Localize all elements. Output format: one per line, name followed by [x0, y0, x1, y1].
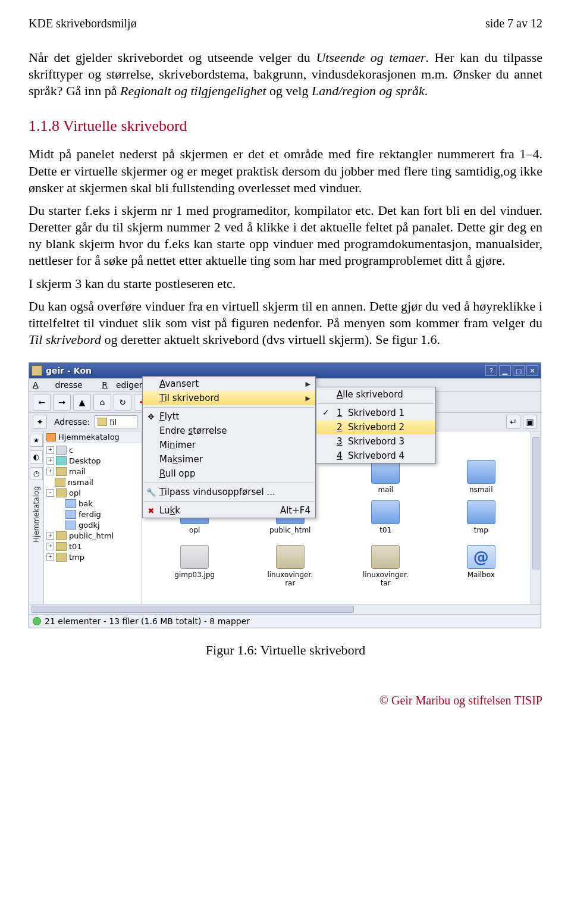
menu-flytt[interactable]: ✥ Flytt [143, 409, 315, 424]
expander-icon [57, 511, 64, 518]
tab-clock-icon[interactable]: ◷ [30, 467, 43, 480]
file-gimp03[interactable]: gimp03.jpg [147, 545, 243, 587]
move-icon: ✥ [146, 412, 156, 421]
file-linuxovinger-rar[interactable]: linuxovinger. rar [243, 545, 338, 587]
expander-icon [57, 500, 64, 507]
expander-icon[interactable]: + [46, 553, 54, 561]
folder-icon [56, 467, 67, 476]
minimize-button[interactable]: ▁ [499, 365, 511, 376]
tree-item-c[interactable]: +c [44, 444, 142, 455]
folder-icon [56, 488, 67, 497]
submenu-skrivebord-1[interactable]: ✓ 1 Skrivebord 1 [316, 406, 435, 420]
help-button[interactable]: ? [485, 365, 497, 376]
menu-tilpass-vindusoppforsel[interactable]: 🔧 Tilpass vindusoppførsel ... [143, 485, 315, 499]
statusbar: 21 elementer - 13 filer (1.6 MB totalt) … [29, 614, 541, 628]
tree-item-nsmail[interactable]: nsmail [44, 477, 142, 487]
file-mailbox[interactable]: @ Mailbox [434, 545, 529, 587]
tree-item-label: mail [69, 467, 86, 476]
check-icon: ✓ [322, 408, 330, 417]
header-left: KDE skrivebordsmiljø [29, 17, 137, 30]
menu-rull-opp[interactable]: Rull opp [143, 466, 315, 481]
folder-icon [55, 478, 65, 487]
tab-globe-icon[interactable]: ◐ [30, 450, 43, 463]
folder-tmp[interactable]: tmp [434, 500, 529, 534]
expander-icon[interactable]: + [46, 532, 54, 540]
folder-t01[interactable]: t01 [338, 500, 434, 534]
figure-1-6: geir - Kon ? ▁ ▢ ✕ Adresse Rediger ← → ▲… [29, 362, 542, 628]
tree-item-ferdig[interactable]: ferdig [44, 509, 142, 519]
archive-file-icon [276, 545, 305, 569]
figure-caption: Figur 1.6: Virtuelle skrivebord [29, 643, 542, 658]
app-icon [32, 365, 42, 376]
menu-minimer[interactable]: Minimer [143, 438, 315, 452]
window-context-menu[interactable]: Avansert▶ Til skrivebord▶ ✥ Flytt Endre … [142, 376, 316, 518]
home-button[interactable]: ⌂ [93, 394, 111, 411]
folder-icon [56, 446, 67, 455]
menu-maksimer[interactable]: Maksimer [143, 452, 315, 466]
tree-item-public-html[interactable]: +public_html [44, 530, 142, 541]
horizontal-scrollbar[interactable] [29, 604, 541, 614]
folder-icon [65, 510, 76, 519]
forward-button[interactable]: → [53, 394, 71, 411]
expander-icon [46, 479, 53, 486]
expander-icon[interactable]: + [46, 457, 54, 465]
up-button[interactable]: ▲ [73, 394, 91, 411]
expander-icon[interactable]: + [46, 468, 54, 475]
konqueror-window: geir - Kon ? ▁ ▢ ✕ Adresse Rediger ← → ▲… [29, 362, 541, 628]
tree-item-opl[interactable]: -opl [44, 487, 142, 498]
menu-endre-storrelse[interactable]: Endre størrelse [143, 424, 315, 438]
tab-star-icon[interactable]: ★ [30, 434, 43, 447]
tree-pane: Hjemmekatalog +c+Desktop+mailnsmail-oplb… [44, 431, 142, 604]
tab-home-label[interactable]: Hjemmekatalog [32, 486, 40, 543]
tree-item-tmp[interactable]: +tmp [44, 552, 142, 562]
maximize-button[interactable]: ▢ [513, 365, 525, 376]
submenu-skrivebord-2[interactable]: 2 Skrivebord 2 [316, 420, 435, 434]
close-icon: ✖ [146, 506, 156, 515]
folder-icon [98, 418, 107, 426]
tree-item-godkj[interactable]: godkj [44, 519, 142, 530]
bookmark-icon[interactable]: ✦ [33, 415, 47, 429]
archive-file-icon [371, 545, 400, 569]
tree-item-label: tmp [69, 553, 84, 562]
go-button[interactable]: ↵ [506, 415, 520, 429]
tree-item-desktop[interactable]: +Desktop [44, 455, 142, 466]
file-linuxovinger-tar[interactable]: linuxovinger. tar [338, 545, 434, 587]
tree-item-label: godkj [79, 521, 100, 530]
paragraph-2: Midt på panelet nederst på skjermen er d… [29, 146, 542, 196]
menu-til-skrivebord[interactable]: Til skrivebord▶ [143, 391, 315, 405]
expander-icon[interactable]: + [46, 543, 54, 550]
window-title: geir - Kon [46, 366, 92, 375]
folder-mail[interactable]: mail [338, 460, 434, 494]
reload-button[interactable]: ↻ [114, 394, 131, 411]
tree-item-bak[interactable]: bak [44, 498, 142, 509]
submenu-skrivebord-4[interactable]: 4 Skrivebord 4 [316, 449, 435, 463]
menu-avansert[interactable]: Avansert▶ [143, 377, 315, 391]
folder-icon [371, 460, 400, 484]
image-file-icon [180, 545, 209, 569]
expander-icon [57, 522, 64, 528]
tree-item-mail[interactable]: +mail [44, 466, 142, 477]
expander-icon[interactable]: + [46, 446, 54, 454]
submenu-alle-skrivebord[interactable]: Alle skrivebord [316, 387, 435, 402]
tree-item-t01[interactable]: +t01 [44, 541, 142, 552]
vertical-scrollbar[interactable] [531, 431, 541, 604]
menu-adresse[interactable]: Adresse [33, 380, 91, 390]
section-heading: 1.1.8 Virtuelle skrivebord [29, 117, 542, 135]
menu-rediger[interactable]: Rediger [102, 380, 142, 390]
page-footer: © Geir Maribu og stiftelsen TISIP [29, 694, 542, 707]
side-tabs: ★ ◐ ◷ Hjemmekatalog [29, 431, 44, 604]
back-button[interactable]: ← [33, 394, 51, 411]
folder-icon [56, 456, 67, 465]
tree-item-label: opl [69, 488, 81, 497]
expander-icon[interactable]: - [46, 489, 54, 497]
clear-button[interactable]: ▣ [523, 415, 537, 429]
address-value: fil [109, 418, 117, 427]
folder-nsmail[interactable]: nsmail [434, 460, 529, 494]
menu-lukk[interactable]: ✖ Lukk Alt+F4 [143, 503, 315, 518]
shortcut-label: Alt+F4 [280, 505, 310, 516]
close-button[interactable]: ✕ [526, 365, 538, 376]
skrivebord-submenu[interactable]: Alle skrivebord ✓ 1 Skrivebord 1 2 Skriv… [316, 387, 436, 463]
address-field[interactable]: fil [95, 415, 137, 428]
tree-item-label: c [69, 446, 73, 455]
submenu-skrivebord-3[interactable]: 3 Skrivebord 3 [316, 434, 435, 449]
